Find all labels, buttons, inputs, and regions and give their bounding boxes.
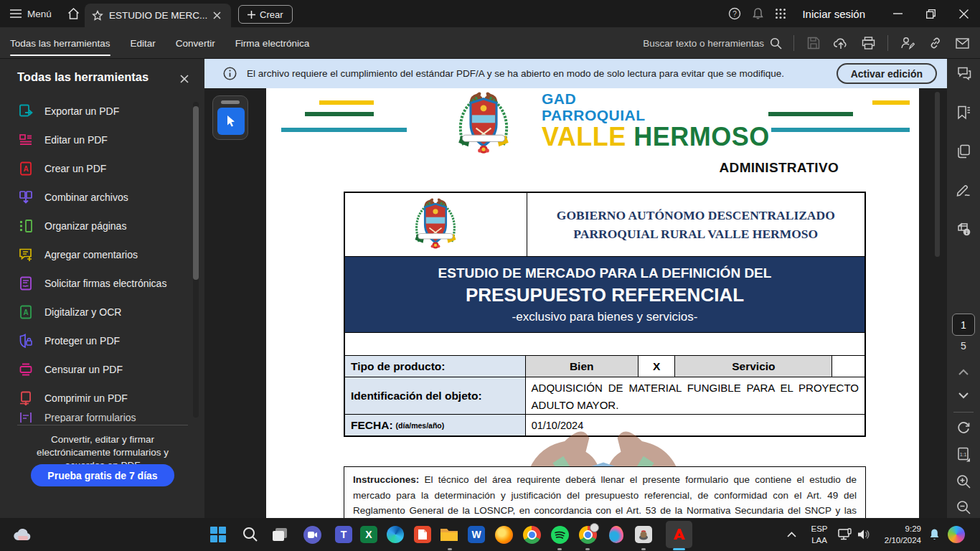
- teams-app-icon[interactable]: T: [334, 525, 353, 544]
- comments-panel-button[interactable]: [956, 66, 971, 82]
- sidebar-item-export-pdf[interactable]: Exportar un PDF: [13, 97, 182, 126]
- sidebar-item-label: Censurar un PDF: [44, 364, 123, 375]
- sidebar-item-label: Solicitar firmas electrónicas: [44, 278, 166, 289]
- tray-expand-button[interactable]: [782, 525, 801, 544]
- taskbar-search-button[interactable]: [241, 525, 260, 544]
- tab-all-tools[interactable]: Todas las herramientas: [0, 27, 121, 59]
- pdf-xchange-app-icon[interactable]: [413, 525, 432, 544]
- svg-text:A: A: [23, 309, 28, 316]
- share-link-button[interactable]: [923, 31, 947, 55]
- network-tray-button[interactable]: [836, 525, 854, 544]
- upload-cloud-button[interactable]: [829, 31, 853, 55]
- create-button[interactable]: Crear: [238, 5, 293, 24]
- start-button[interactable]: [209, 525, 227, 544]
- file-explorer-app-icon[interactable]: [440, 525, 458, 544]
- sidebar-item-add-comments[interactable]: Agregar comentarios: [13, 240, 182, 269]
- edge-app-icon[interactable]: [386, 525, 405, 544]
- taskbar-search-icon: [242, 527, 258, 542]
- java-app-icon[interactable]: [634, 525, 653, 544]
- paint-drop-app-icon[interactable]: [607, 525, 626, 544]
- task-view-button[interactable]: [270, 525, 289, 544]
- email-button[interactable]: [950, 31, 974, 55]
- bookmarks-panel-button[interactable]: [956, 105, 971, 121]
- header-line-green-right: [768, 112, 853, 116]
- protect-pdf-icon: [19, 334, 33, 348]
- zoom-in-button[interactable]: [956, 474, 971, 489]
- sign-in-button[interactable]: Iniciar sesión: [792, 8, 881, 20]
- next-page-button[interactable]: [956, 387, 971, 403]
- clock-widget[interactable]: 9:29 2/10/2024: [875, 523, 921, 546]
- copilot-tray-button[interactable]: [947, 525, 966, 544]
- header-line-yellow-left: [319, 100, 374, 105]
- sidebar-item-label: Organizar páginas: [44, 220, 126, 232]
- sidebar-item-create-pdf[interactable]: A Crear un PDF: [13, 154, 182, 183]
- search-tools-field[interactable]: Buscar texto o herramientas: [643, 37, 786, 50]
- sidebar-item-protect-pdf[interactable]: Proteger un PDF: [13, 326, 182, 355]
- drop-icon: [609, 526, 623, 543]
- organize-pages-icon: [19, 219, 33, 233]
- current-page-field[interactable]: 1: [952, 314, 975, 336]
- chat-button[interactable]: [303, 525, 321, 544]
- tray-date: 2/10/2024: [875, 534, 921, 546]
- fecha-label: FECHA:: [351, 419, 393, 432]
- drag-handle[interactable]: [221, 100, 240, 104]
- document-scrollbar-thumb[interactable]: [935, 92, 940, 257]
- servicio-header: Servicio: [674, 356, 831, 377]
- close-window-button[interactable]: [947, 0, 980, 27]
- file-info-button[interactable]: [956, 221, 971, 237]
- volume-tray-button[interactable]: [854, 525, 873, 544]
- notifications-button[interactable]: [746, 0, 769, 27]
- fill-sign-button[interactable]: [956, 182, 971, 198]
- apps-button[interactable]: [769, 0, 792, 27]
- word-app-icon[interactable]: W: [467, 525, 486, 544]
- acrobat-active-tile[interactable]: [666, 521, 692, 548]
- excel-app-icon[interactable]: X: [359, 525, 378, 544]
- actual-size-button[interactable]: 1:1: [956, 446, 971, 462]
- firefox-app-icon[interactable]: [494, 525, 513, 544]
- sidebar-item-prepare-forms[interactable]: Preparar formularios: [13, 413, 182, 423]
- free-trial-button[interactable]: Prueba gratis de 7 días: [31, 464, 174, 486]
- restore-button[interactable]: [914, 0, 947, 27]
- quick-tools-widget[interactable]: [212, 95, 248, 140]
- rotate-page-button[interactable]: [956, 419, 971, 435]
- sidebar-item-scan-ocr[interactable]: A Digitalizar y OCR: [13, 298, 182, 326]
- sidebar-item-label: Exportar un PDF: [44, 105, 119, 117]
- menu-button[interactable]: Menú: [0, 0, 62, 27]
- star-icon[interactable]: [92, 10, 103, 22]
- sidebar-item-compress-pdf[interactable]: Comprimir un PDF: [13, 384, 182, 413]
- close-tab-icon[interactable]: [213, 11, 221, 19]
- panel-scrollbar-thumb[interactable]: [193, 106, 199, 280]
- weather-widget[interactable]: [13, 525, 32, 544]
- chrome-profile-app-icon[interactable]: [578, 525, 597, 544]
- request-signatures-button[interactable]: [895, 31, 920, 55]
- sidebar-item-edit-pdf[interactable]: Editar un PDF: [13, 126, 182, 154]
- tab-edit[interactable]: Editar: [121, 27, 166, 59]
- spotify-app-icon[interactable]: [550, 525, 569, 544]
- home-button[interactable]: [62, 0, 86, 27]
- enable-editing-button[interactable]: Activar edición: [837, 63, 937, 84]
- save-button[interactable]: [801, 31, 826, 55]
- help-button[interactable]: ?: [723, 0, 746, 27]
- page-thumbnails-button[interactable]: [956, 143, 971, 159]
- chrome-app-icon[interactable]: [522, 525, 541, 544]
- rail-divider: [953, 412, 974, 413]
- print-button[interactable]: [856, 31, 880, 55]
- menu-label: Menú: [27, 9, 52, 19]
- document-tab[interactable]: ESTUDIO DE MERC...: [85, 4, 231, 27]
- zoom-out-button[interactable]: [956, 499, 971, 515]
- previous-page-button[interactable]: [956, 364, 971, 380]
- notification-center-button[interactable]: [925, 525, 943, 544]
- pdf-page[interactable]: GAD PARROQUIAL VALLE HERMOSO ADMINISTRAT…: [266, 88, 919, 518]
- sidebar-item-combine-files[interactable]: Combinar archivos: [13, 183, 182, 212]
- printer-icon: [862, 37, 875, 50]
- tab-convert[interactable]: Convertir: [166, 27, 225, 59]
- select-tool-button[interactable]: [217, 108, 245, 135]
- panel-close-button[interactable]: [177, 72, 192, 86]
- sidebar-item-redact-pdf[interactable]: Censurar un PDF: [13, 355, 182, 384]
- tab-esign[interactable]: Firma electrónica: [225, 27, 320, 59]
- language-indicator[interactable]: ESP LAA: [806, 523, 832, 546]
- sidebar-item-organize-pages[interactable]: Organizar páginas: [13, 212, 182, 240]
- chrome-icon: [579, 526, 597, 544]
- minimize-button[interactable]: [881, 0, 914, 27]
- sidebar-item-request-signatures[interactable]: Solicitar firmas electrónicas: [13, 269, 182, 298]
